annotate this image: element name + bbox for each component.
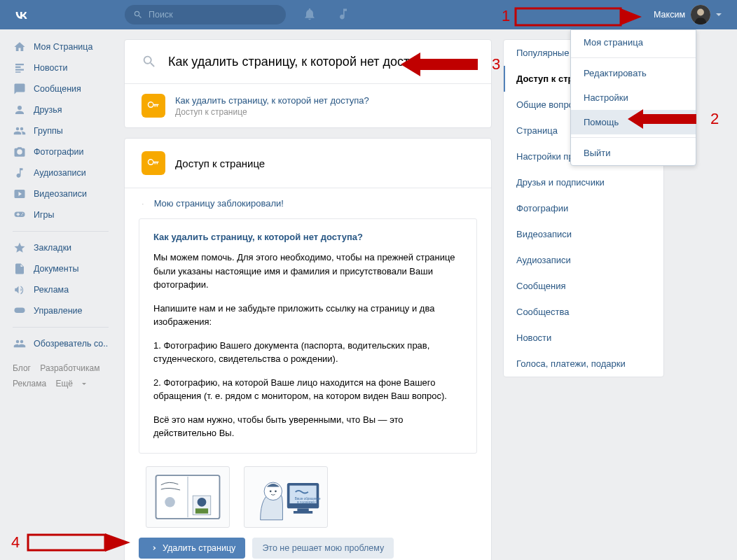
svg-rect-13 — [297, 508, 308, 511]
dd-my-page[interactable]: Моя страница — [571, 30, 696, 55]
svg-rect-14 — [294, 511, 312, 514]
dd-logout[interactable]: Выйти — [571, 141, 696, 165]
audio-icon — [13, 166, 27, 180]
result-subtitle: Доступ к странице — [175, 107, 369, 117]
footer-more-label: Ещё — [55, 379, 73, 388]
svg-text:в поддержку: в поддержку — [297, 500, 316, 504]
music-icon[interactable] — [336, 7, 350, 23]
sidebar-item-audio[interactable]: Аудиозаписи — [6, 162, 116, 183]
article-p2: Напишите нам и не забудьте приложить ссы… — [153, 302, 462, 329]
sidebar-item-label: Друзья — [34, 105, 62, 115]
sidebar-item-groups[interactable]: Группы — [6, 120, 116, 141]
sidebar-item-label: Закладки — [34, 243, 71, 253]
sidebar-item-news[interactable]: Новости — [6, 57, 116, 78]
link-blocked[interactable]: Мою страницу заблокировали! — [125, 188, 491, 218]
sidebar-item-community[interactable]: Обозреватель со.. — [6, 333, 116, 354]
article-p3: 1. Фотографию Вашего документа (паспорта… — [153, 339, 462, 366]
video-icon — [13, 187, 27, 201]
selfie-illustration: Ваше обращение в поддержку — [244, 466, 328, 528]
cat-payments[interactable]: Голоса, платежи, подарки — [504, 351, 663, 377]
sidebar-item-label: Моя Страница — [34, 42, 92, 52]
cat-friends[interactable]: Друзья и подписчики — [504, 169, 663, 195]
footer-more[interactable]: Ещё — [55, 379, 93, 388]
sidebar-footer: Блог Разработчикам Реклама Ещё — [6, 354, 116, 398]
svg-point-6 — [198, 497, 207, 506]
ads-icon — [13, 283, 27, 297]
footer-ads[interactable]: Реклама — [13, 379, 46, 388]
dd-edit[interactable]: Редактировать — [571, 61, 696, 85]
sidebar-item-label: Новости — [34, 63, 67, 73]
svg-point-10 — [275, 490, 277, 492]
key-icon — [142, 94, 165, 118]
footer-dev[interactable]: Разработчикам — [40, 363, 99, 373]
sidebar-item-messages[interactable]: Сообщения — [6, 78, 116, 99]
search-result[interactable]: Как удалить страницу, к которой нет дост… — [125, 83, 491, 127]
sidebar-item-video[interactable]: Видеозаписи — [6, 183, 116, 204]
home-icon — [13, 40, 27, 54]
photo-icon — [13, 145, 27, 159]
sidebar-item-label: Обозреватель со.. — [34, 339, 108, 349]
sidebar-item-label: Управление — [34, 306, 83, 316]
sidebar-item-my-page[interactable]: Моя Страница — [6, 36, 116, 57]
games-icon — [13, 208, 27, 222]
sidebar-item-label: Видеозаписи — [34, 189, 87, 199]
friend-icon — [13, 103, 27, 117]
sidebar-item-label: Документы — [34, 264, 78, 274]
manage-icon — [13, 304, 27, 318]
search-placeholder: Поиск — [149, 10, 173, 20]
passport-illustration — [146, 466, 230, 528]
sidebar-item-label: Фотографии — [34, 147, 83, 157]
sidebar-item-label: Игры — [34, 210, 54, 220]
dd-help[interactable]: Помощь — [571, 110, 696, 134]
sidebar-item-photos[interactable]: Фотографии — [6, 141, 116, 162]
header: Поиск Максим — [0, 0, 737, 29]
cat-audio[interactable]: Аудиозаписи — [504, 247, 663, 273]
sidebar-item-label: Группы — [34, 126, 63, 136]
community-icon — [13, 337, 27, 351]
arrow-right-icon — [149, 544, 157, 552]
left-sidebar: Моя Страница Новости Сообщения Друзья Гр… — [0, 29, 116, 560]
cat-messages[interactable]: Сообщения — [504, 273, 663, 299]
delete-page-button[interactable]: Удалить страницу — [139, 538, 245, 559]
search-icon — [133, 10, 143, 20]
bell-icon[interactable] — [303, 7, 317, 23]
result-title: Как удалить страницу, к которой нет дост… — [175, 95, 369, 106]
cat-communities[interactable]: Сообщества — [504, 299, 663, 325]
sidebar-item-ads[interactable]: Реклама — [6, 279, 116, 300]
svg-text:Ваше обращение: Ваше обращение — [295, 496, 321, 500]
sidebar-item-label: Аудиозаписи — [34, 168, 86, 178]
svg-point-4 — [165, 497, 175, 507]
not-solved-button[interactable]: Это не решает мою проблему — [252, 538, 394, 559]
vk-logo[interactable] — [8, 2, 34, 27]
dd-settings[interactable]: Настройки — [571, 85, 696, 110]
article-p1: Мы можем помочь. Для этого необходимо, ч… — [153, 251, 462, 292]
footer-blog[interactable]: Блог — [13, 363, 31, 373]
user-menu[interactable]: Максим — [647, 0, 729, 29]
help-search[interactable]: Как удалить страницу, к которой нет дост… — [125, 40, 491, 83]
username: Максим — [654, 10, 685, 20]
article-title: Как удалить страницу, к которой нет дост… — [153, 232, 462, 242]
cat-videos[interactable]: Видеозаписи — [504, 221, 663, 247]
help-search-card: Как удалить страницу, к которой нет дост… — [124, 39, 492, 128]
header-search[interactable]: Поиск — [125, 5, 286, 24]
docs-icon — [13, 262, 27, 276]
avatar — [691, 5, 710, 24]
cat-news[interactable]: Новости — [504, 325, 663, 351]
delete-page-label: Удалить страницу — [163, 543, 235, 553]
sidebar-item-games[interactable]: Игры — [6, 204, 116, 225]
key-icon — [142, 151, 165, 175]
sidebar-item-friends[interactable]: Друзья — [6, 99, 116, 120]
news-icon — [13, 61, 27, 75]
sidebar-item-label: Реклама — [34, 285, 69, 295]
caret-icon — [716, 13, 722, 16]
article-card: Доступ к странице Мою страницу заблокиро… — [124, 138, 492, 560]
svg-rect-7 — [195, 508, 208, 513]
sidebar-item-docs[interactable]: Документы — [6, 258, 116, 279]
sidebar-item-manage[interactable]: Управление — [6, 300, 116, 321]
svg-point-1 — [697, 9, 704, 16]
sidebar-item-bookmarks[interactable]: Закладки — [6, 237, 116, 258]
user-dropdown: Моя страница Редактировать Настройки Пом… — [570, 29, 696, 166]
help-search-query: Как удалить страницу, к которой нет дост… — [168, 55, 429, 69]
messages-icon — [13, 82, 27, 96]
cat-photos[interactable]: Фотографии — [504, 195, 663, 221]
